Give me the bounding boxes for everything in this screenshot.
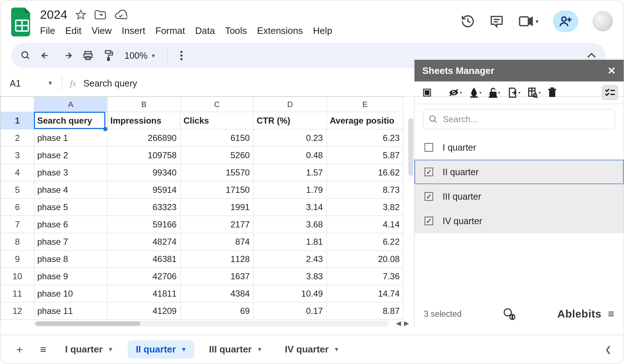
close-icon[interactable]: ✕ — [607, 65, 616, 77]
sheet-checkbox[interactable] — [425, 217, 433, 225]
sheet-tab[interactable]: III quarter▼ — [201, 340, 270, 359]
cell[interactable]: 4.14 — [327, 216, 404, 233]
menu-data[interactable]: Data — [195, 25, 215, 36]
chevron-up-icon[interactable] — [587, 52, 596, 59]
vertical-scrollbar[interactable] — [408, 118, 413, 176]
cell[interactable]: 4384 — [180, 285, 254, 302]
sheet-list-item[interactable]: III quarter — [414, 184, 624, 209]
row-header[interactable]: 12 — [1, 302, 34, 320]
paint-format-icon[interactable] — [104, 50, 114, 61]
cell[interactable]: 3.82 — [327, 199, 404, 216]
cell[interactable]: 0.23 — [254, 129, 327, 147]
cell[interactable]: phase 1 — [34, 129, 107, 147]
panel-menu-icon[interactable]: ≡ — [608, 308, 614, 320]
row-header[interactable]: 8 — [1, 233, 34, 250]
cell[interactable]: 69 — [180, 302, 254, 320]
row-header[interactable]: 10 — [1, 268, 34, 285]
cell[interactable]: 42706 — [107, 268, 180, 285]
cell[interactable]: 8.87 — [327, 302, 404, 320]
cell[interactable]: 20.08 — [327, 250, 404, 268]
col-header-b[interactable]: B — [107, 97, 180, 112]
account-avatar[interactable] — [593, 11, 613, 31]
cell[interactable]: 2177 — [180, 216, 254, 233]
move-icon[interactable] — [94, 9, 106, 20]
cell[interactable]: 6.22 — [327, 233, 404, 250]
cell[interactable]: 8.73 — [327, 181, 404, 199]
cell[interactable]: 6.23 — [327, 129, 404, 147]
menu-insert[interactable]: Insert — [122, 25, 145, 36]
sheet-tab[interactable]: II quarter▼ — [128, 340, 194, 359]
sheets-logo-icon[interactable] — [11, 8, 33, 36]
cell[interactable]: 41209 — [107, 302, 180, 320]
menu-help[interactable]: Help — [313, 25, 332, 36]
header-cell[interactable]: Clicks — [180, 112, 254, 129]
cell[interactable]: phase 6 — [34, 216, 107, 233]
history-icon[interactable] — [461, 14, 475, 28]
visibility-off-icon[interactable]: ▾ — [446, 86, 464, 99]
row-header[interactable]: 5 — [1, 181, 34, 199]
share-button[interactable] — [553, 10, 578, 32]
comment-icon[interactable] — [489, 14, 504, 28]
col-header-a[interactable]: A — [34, 97, 107, 112]
sheet-tab[interactable]: IV quarter▼ — [277, 340, 347, 359]
cell[interactable]: 1.79 — [254, 181, 327, 199]
fill-color-icon[interactable]: ▾ — [467, 85, 484, 100]
row-header[interactable]: 3 — [1, 147, 34, 164]
panel-search-input[interactable]: Search... — [423, 109, 615, 129]
cell[interactable]: 1991 — [180, 199, 254, 216]
menu-edit[interactable]: Edit — [65, 25, 82, 36]
cell[interactable]: 0.17 — [254, 302, 327, 320]
header-cell[interactable]: Average positio — [327, 112, 404, 129]
menu-tools[interactable]: Tools — [225, 25, 247, 36]
video-call-button[interactable]: ▾ — [518, 15, 539, 27]
star-icon[interactable] — [75, 9, 86, 20]
sheet-checkbox[interactable] — [425, 192, 433, 201]
spreadsheet-grid[interactable]: A B C D E 1Search queryImpressionsClicks… — [0, 97, 414, 327]
row-header[interactable]: 4 — [1, 164, 34, 181]
cell[interactable]: 10.49 — [254, 285, 327, 302]
sheet-tab[interactable]: I quarter▼ — [57, 340, 122, 359]
row-header[interactable]: 1 — [1, 112, 34, 129]
cell[interactable]: 46381 — [107, 250, 180, 268]
sheet-checkbox[interactable] — [425, 143, 433, 152]
select-all-corner[interactable] — [1, 97, 34, 112]
cell[interactable]: phase 7 — [34, 233, 107, 250]
col-header-d[interactable]: D — [254, 97, 327, 112]
horizontal-scrollbar[interactable] — [34, 321, 389, 327]
cell[interactable]: 0.48 — [254, 147, 327, 164]
sheet-nav-arrows[interactable]: ◀▶ — [396, 319, 409, 327]
header-cell[interactable]: Search query — [34, 112, 107, 129]
cell[interactable]: 3.68 — [254, 216, 327, 233]
cell[interactable]: 1.81 — [254, 233, 327, 250]
help-info-icon[interactable]: i — [503, 308, 515, 320]
menu-format[interactable]: Format — [155, 25, 185, 36]
cell[interactable]: 1637 — [180, 268, 254, 285]
zoom-level[interactable]: 100%▾ — [124, 50, 155, 61]
more-vert-icon[interactable] — [180, 50, 183, 61]
row-header[interactable]: 2 — [1, 129, 34, 147]
sheet-list-item[interactable]: I quarter — [414, 135, 624, 160]
col-header-c[interactable]: C — [180, 97, 254, 112]
cell[interactable]: phase 4 — [34, 181, 107, 199]
cell[interactable]: phase 2 — [34, 147, 107, 164]
select-all-checkbox-icon[interactable] — [420, 86, 434, 99]
cell[interactable]: 99340 — [107, 164, 180, 181]
add-sheet-icon[interactable]: ＋ — [10, 338, 29, 360]
cell[interactable]: 17150 — [180, 181, 254, 199]
cloud-check-icon[interactable] — [114, 10, 127, 20]
cell[interactable]: phase 3 — [34, 164, 107, 181]
sheet-list-item[interactable]: II quarter — [414, 160, 624, 184]
cell[interactable]: 1.57 — [254, 164, 327, 181]
cell[interactable]: phase 10 — [34, 285, 107, 302]
all-sheets-icon[interactable]: ≡ — [36, 340, 51, 359]
active-cell-handle[interactable] — [103, 127, 107, 131]
cell[interactable]: 14.74 — [327, 285, 404, 302]
fx-icon[interactable]: fx — [62, 79, 83, 88]
collapse-sidebar-icon[interactable]: ❮ — [605, 345, 614, 354]
cell[interactable]: 3.83 — [254, 268, 327, 285]
row-header[interactable]: 7 — [1, 216, 34, 233]
cell[interactable]: 874 — [180, 233, 254, 250]
redo-icon[interactable] — [62, 51, 72, 60]
cell[interactable]: phase 5 — [34, 199, 107, 216]
multi-select-toggle-icon[interactable] — [602, 85, 618, 100]
